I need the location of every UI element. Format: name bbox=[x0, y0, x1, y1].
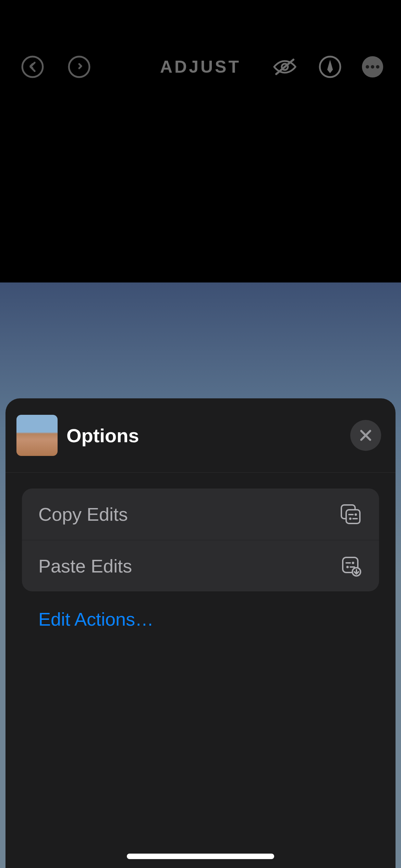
options-title: Options bbox=[66, 424, 139, 447]
options-body: Copy Edits Paste Edits bbox=[5, 473, 396, 644]
eye-slash-icon bbox=[271, 56, 298, 78]
photo-thumbnail bbox=[16, 415, 58, 456]
copy-edits-icon bbox=[339, 502, 363, 526]
redo-button[interactable] bbox=[68, 56, 90, 78]
undo-button[interactable] bbox=[21, 56, 44, 78]
toolbar-title-wrap: ADJUST bbox=[160, 57, 241, 77]
editor-toolbar: ADJUST bbox=[0, 0, 401, 103]
svg-point-0 bbox=[22, 57, 43, 77]
toolbar-left bbox=[0, 56, 90, 78]
more-button[interactable] bbox=[362, 56, 383, 77]
options-header: Options bbox=[5, 398, 396, 473]
options-group: Copy Edits Paste Edits bbox=[22, 489, 379, 591]
close-button[interactable] bbox=[350, 420, 381, 451]
paste-edits-row[interactable]: Paste Edits bbox=[22, 540, 379, 591]
svg-point-13 bbox=[355, 514, 357, 516]
edit-actions-link[interactable]: Edit Actions… bbox=[22, 594, 379, 644]
undo-icon bbox=[21, 56, 44, 78]
svg-point-1 bbox=[69, 57, 89, 77]
paste-edits-icon bbox=[339, 554, 363, 578]
paste-edits-label: Paste Edits bbox=[38, 555, 132, 577]
redo-icon bbox=[68, 56, 90, 78]
close-icon bbox=[359, 429, 372, 442]
svg-point-6 bbox=[371, 65, 374, 69]
svg-point-7 bbox=[376, 65, 379, 69]
svg-point-15 bbox=[349, 518, 352, 520]
svg-point-18 bbox=[352, 562, 354, 564]
toolbar-right bbox=[271, 56, 401, 78]
home-indicator[interactable] bbox=[127, 854, 274, 859]
svg-point-20 bbox=[347, 566, 349, 568]
svg-point-5 bbox=[366, 65, 369, 69]
markup-pen-icon bbox=[319, 56, 341, 78]
copy-edits-row[interactable]: Copy Edits bbox=[22, 489, 379, 540]
editor-mode-title: ADJUST bbox=[160, 57, 241, 77]
copy-edits-label: Copy Edits bbox=[38, 504, 128, 525]
options-sheet: Options Copy Edits bbox=[5, 398, 396, 868]
svg-rect-11 bbox=[346, 510, 360, 523]
markup-button[interactable] bbox=[319, 56, 341, 78]
hide-preview-button[interactable] bbox=[271, 56, 298, 78]
ellipsis-icon bbox=[366, 65, 379, 69]
